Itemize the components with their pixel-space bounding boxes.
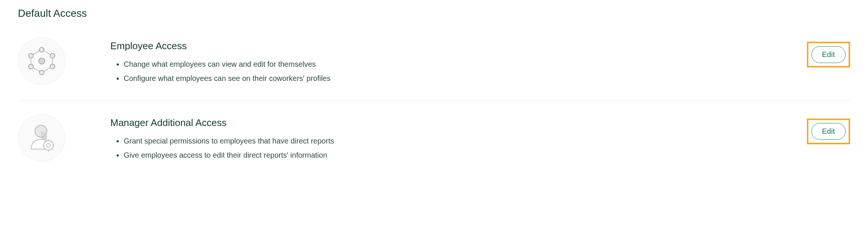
employee-access-title: Employee Access bbox=[110, 40, 762, 52]
employee-access-row: Employee Access Change what employees ca… bbox=[18, 34, 850, 96]
list-item: Configure what employees can see on thei… bbox=[124, 71, 762, 85]
section-title: Default Access bbox=[18, 7, 850, 19]
employee-access-list: Change what employees can view and edit … bbox=[110, 57, 762, 85]
list-item: Grant special permissions to employees t… bbox=[124, 134, 762, 148]
manager-access-list: Grant special permissions to employees t… bbox=[110, 134, 762, 162]
manager-access-title: Manager Additional Access bbox=[110, 117, 762, 129]
svg-point-6 bbox=[39, 47, 44, 52]
svg-point-11 bbox=[29, 53, 34, 58]
edit-highlight: Edit bbox=[807, 119, 850, 144]
svg-point-10 bbox=[29, 64, 34, 69]
svg-point-8 bbox=[50, 64, 55, 69]
manager-access-row: Manager Additional Access Grant special … bbox=[18, 111, 850, 173]
network-icon bbox=[18, 37, 66, 85]
list-item: Change what employees can view and edit … bbox=[124, 57, 762, 71]
edit-employee-access-button[interactable]: Edit bbox=[811, 46, 846, 63]
svg-point-24 bbox=[47, 144, 50, 147]
manager-gear-icon bbox=[18, 114, 66, 162]
edit-highlight: Edit bbox=[807, 42, 850, 67]
svg-point-9 bbox=[39, 70, 44, 75]
edit-manager-access-button[interactable]: Edit bbox=[811, 123, 846, 140]
svg-point-7 bbox=[50, 53, 55, 58]
divider bbox=[18, 100, 850, 101]
list-item: Give employees access to edit their dire… bbox=[124, 148, 762, 162]
svg-point-12 bbox=[39, 58, 45, 64]
